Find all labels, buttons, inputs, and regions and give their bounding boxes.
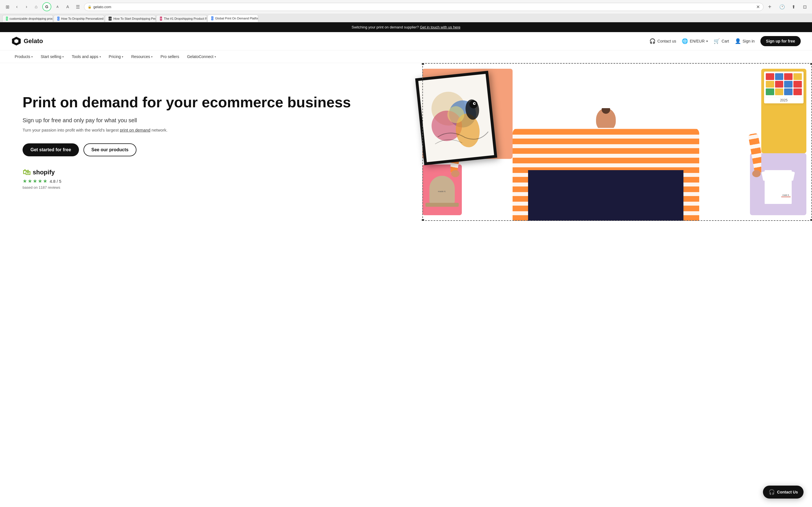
tab-how-to-dropship[interactable]: G How To Dropship Personalized Products …: [54, 15, 104, 22]
logo-text: Gelato: [24, 38, 43, 45]
contact-us-btn[interactable]: 🎧 Contact us: [649, 38, 676, 44]
profiles-btn[interactable]: ⊡: [801, 3, 809, 11]
nav-resources[interactable]: Resources ▾: [128, 50, 156, 63]
tab-label-1: customizable dropshipping products · Con…: [10, 17, 53, 20]
nav-products-chevron: ▾: [31, 55, 33, 58]
font-size-large[interactable]: A: [64, 3, 71, 11]
forward-btn[interactable]: ›: [22, 3, 31, 11]
announcement-link[interactable]: Get in touch with us here: [420, 25, 460, 29]
nav-pricing[interactable]: Pricing ▾: [105, 50, 127, 63]
tab-favicon-3: CB: [109, 17, 112, 20]
tab-start-dropshipping[interactable]: CB How To Start Dropshipping Personalize…: [105, 15, 156, 22]
star-5: ★: [43, 178, 47, 184]
hero-desc-link[interactable]: print on demand: [120, 128, 150, 132]
nav-start-selling[interactable]: Start selling ▾: [37, 50, 67, 63]
cal-cell-red-5: [794, 89, 802, 95]
browser-right-controls: 🕐 ⬆ ⊡: [778, 3, 809, 11]
browser-toolbar: ⊞ ‹ › ⌂ G A A ☰ 🔒 gelato.com ✕ + 🕐 ⬆ ⊡: [0, 0, 812, 13]
model-pants: [528, 170, 683, 221]
tshirt-label: made it.: [781, 193, 791, 197]
cal-cell-yellow-3: [775, 89, 783, 95]
reader-mode-btn[interactable]: ☰: [74, 3, 82, 11]
model-hand-left: [451, 170, 460, 177]
language-label: EN/EUR: [690, 39, 705, 43]
signup-btn[interactable]: Sign up for free: [760, 36, 801, 46]
hero-section: Print on demand for your ecommerce busin…: [0, 63, 812, 221]
signin-btn[interactable]: 👤 Sign in: [735, 38, 755, 44]
nav-pricing-label: Pricing: [109, 54, 121, 59]
collage-bg-yellow: 2025: [761, 69, 806, 153]
language-btn[interactable]: 🌐 EN/EUR ▾: [682, 38, 708, 44]
selection-handle-tl: [422, 63, 424, 65]
back-btn[interactable]: ‹: [13, 3, 21, 11]
nav-pricing-chevron: ▾: [122, 55, 123, 58]
home-btn[interactable]: ⌂: [32, 3, 40, 11]
cal-cell-blue-2: [784, 81, 793, 88]
cal-cell-red-4: [794, 81, 802, 88]
hero-cta: Get started for free See our products: [22, 144, 411, 156]
hat-label: made it.: [438, 190, 446, 193]
signin-label: Sign in: [743, 39, 755, 43]
user-icon: 👤: [735, 38, 741, 44]
tab-label-3: How To Start Dropshipping Personalized P…: [113, 17, 156, 20]
nav-gelato-connect[interactable]: GelatoConnect ▾: [184, 50, 219, 63]
hero-title: Print on demand for your ecommerce busin…: [22, 94, 411, 110]
announcement-bar: Switching your print on demand supplier?…: [0, 22, 812, 32]
sidebar-toggle-btn[interactable]: ⊞: [3, 3, 11, 11]
browser-chrome: ⊞ ‹ › ⌂ G A A ☰ 🔒 gelato.com ✕ + 🕐 ⬆ ⊡ S…: [0, 0, 812, 22]
logo-icon: [11, 36, 21, 46]
cart-label: Cart: [721, 39, 729, 43]
nav-tools-chevron: ▾: [100, 55, 101, 58]
tab-favicon-4: M: [160, 17, 162, 20]
font-size-small[interactable]: A: [54, 3, 61, 11]
nav-pro-sellers[interactable]: Pro sellers: [157, 50, 183, 63]
rating-value: 4.8 / 5: [50, 179, 61, 184]
history-btn[interactable]: 🕐: [778, 3, 786, 11]
nav-tools-apps[interactable]: Tools and apps ▾: [68, 50, 104, 63]
shopify-rating: 🛍 shopify ★ ★ ★ ★ ★ 4.8 / 5 based on 118…: [22, 168, 411, 189]
hero-desc-suffix: network.: [152, 128, 168, 132]
globe-icon: 🌐: [682, 38, 688, 44]
model-arm-right: [748, 133, 761, 173]
star-3: ★: [33, 178, 37, 184]
nav-start-selling-label: Start selling: [41, 54, 61, 59]
hero-subtitle: Sign up for free and only pay for what y…: [22, 117, 411, 124]
cal-cell-red-2: [784, 73, 793, 80]
nav-products-label: Products: [15, 54, 30, 59]
new-tab-btn[interactable]: +: [766, 3, 774, 11]
nav-tools-apps-label: Tools and apps: [71, 54, 98, 59]
cart-icon: 🛒: [714, 38, 720, 44]
cta-secondary-btn[interactable]: See our products: [84, 144, 137, 156]
cart-btn[interactable]: 🛒 Cart: [714, 38, 729, 44]
calendar-grid: [764, 71, 804, 97]
tab-favicon-1: S: [6, 17, 8, 20]
tab-research-tool[interactable]: M The #1 Dropshipping Product Research T…: [156, 15, 207, 22]
main-nav: Products ▾ Start selling ▾ Tools and app…: [0, 50, 812, 63]
cal-cell-blue-3: [784, 89, 793, 95]
star-4: ★: [38, 178, 42, 184]
language-chevron: ▾: [706, 40, 708, 43]
headset-icon: 🎧: [649, 38, 656, 44]
address-bar[interactable]: 🔒 gelato.com ✕: [84, 3, 763, 11]
tab-favicon-2: G: [57, 17, 59, 20]
star-2: ★: [28, 178, 32, 184]
tab-dropshipping[interactable]: S customizable dropshipping products · C…: [2, 15, 53, 22]
cal-cell-green: [766, 89, 774, 95]
contact-label: Contact us: [657, 39, 676, 43]
star-rating: ★ ★ ★ ★ ★ 4.8 / 5: [22, 178, 411, 184]
shopify-label: shopify: [33, 169, 55, 176]
model-container: [451, 108, 761, 221]
logo[interactable]: Gelato: [11, 36, 644, 46]
close-tab-btn[interactable]: ✕: [756, 4, 760, 10]
tshirt-sleeve-right: [786, 171, 795, 181]
tshirt-shape: made it.: [761, 165, 795, 204]
cta-primary-btn[interactable]: Get started for free: [22, 144, 79, 156]
hero-desc-prefix: Turn your passion into profit with the w…: [22, 128, 119, 132]
nav-products[interactable]: Products ▾: [11, 50, 36, 63]
nav-pro-sellers-label: Pro sellers: [160, 54, 179, 59]
share-btn[interactable]: ⬆: [790, 3, 797, 11]
hero-left: Print on demand for your ecommerce busin…: [0, 63, 422, 221]
cal-cell-yellow-2: [766, 81, 774, 88]
abstract-art: [418, 74, 494, 162]
tab-gelato[interactable]: G Global Print On Demand Platform | Gela…: [207, 15, 258, 22]
